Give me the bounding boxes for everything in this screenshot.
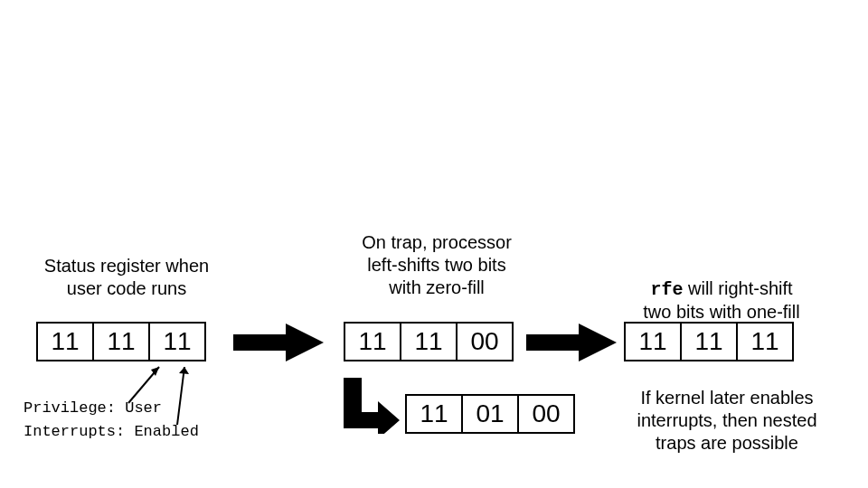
reg2-cell-1: 11	[400, 322, 458, 361]
svg-marker-2	[344, 378, 400, 434]
reg1-cell-2: 11	[148, 322, 206, 361]
arrow-rfe	[526, 324, 617, 361]
reg3-cell-0: 11	[624, 322, 682, 361]
svg-line-5	[177, 367, 184, 425]
caption-middle: On trap, processor left-shifts two bits …	[342, 231, 532, 299]
arrow-nested	[342, 378, 400, 434]
arrow-trap	[233, 324, 324, 361]
reg3-cell-1: 11	[680, 322, 738, 361]
svg-marker-0	[233, 324, 324, 361]
register-nested-trap: 11 01 00	[405, 394, 575, 434]
reg1-cell-0: 11	[36, 322, 94, 361]
register-after-rfe: 11 11 11	[624, 322, 794, 361]
svg-marker-6	[179, 367, 189, 374]
annotation-privilege: Privilege: User	[24, 399, 162, 417]
reg1-cell-1: 11	[92, 322, 150, 361]
caption-left: Status register when user code runs	[36, 255, 217, 300]
caption-right: rfe will right-shift two bits with one-f…	[622, 255, 821, 324]
register-after-trap: 11 11 00	[344, 322, 514, 361]
svg-marker-1	[526, 324, 617, 361]
caption-nested: If kernel later enables interrupts, then…	[627, 387, 826, 455]
reg4-cell-1: 01	[461, 394, 519, 434]
register-user-state: 11 11 11	[36, 322, 206, 361]
reg2-cell-0: 11	[344, 322, 401, 361]
pointer-privilege	[125, 360, 170, 405]
rfe-keyword: rfe	[650, 279, 683, 300]
reg4-cell-0: 11	[405, 394, 463, 434]
pointer-interrupts	[172, 360, 199, 427]
reg3-cell-2: 11	[736, 322, 794, 361]
reg2-cell-2: 00	[456, 322, 514, 361]
annotation-interrupts: Interrupts: Enabled	[24, 423, 199, 440]
reg4-cell-2: 00	[517, 394, 575, 434]
